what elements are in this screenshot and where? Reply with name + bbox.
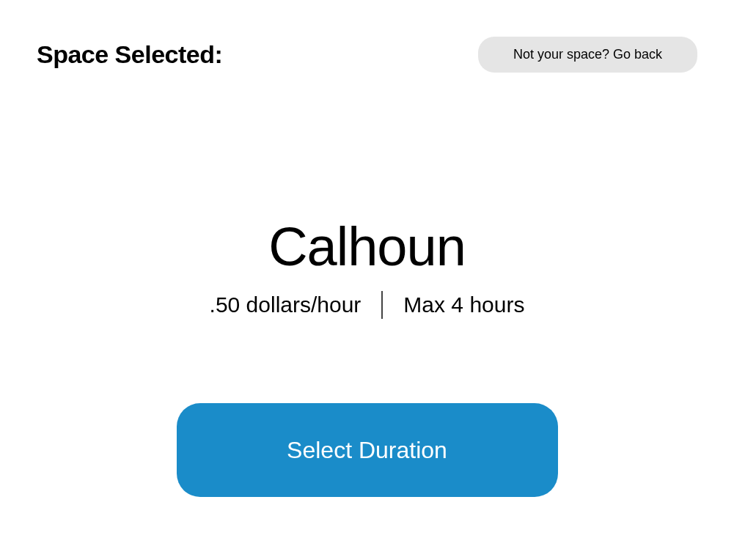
- space-name: Calhoun: [0, 215, 734, 278]
- space-rate: .50 dollars/hour: [210, 292, 362, 317]
- header: Space Selected: Not your space? Go back: [0, 0, 734, 73]
- space-details: .50 dollars/hour Max 4 hours: [0, 291, 734, 319]
- select-duration-button[interactable]: Select Duration: [177, 403, 558, 497]
- main-content: Calhoun .50 dollars/hour Max 4 hours Sel…: [0, 215, 734, 497]
- space-max-time: Max 4 hours: [403, 292, 524, 317]
- divider: [381, 291, 383, 319]
- page-title: Space Selected:: [37, 40, 222, 69]
- go-back-button[interactable]: Not your space? Go back: [478, 37, 697, 73]
